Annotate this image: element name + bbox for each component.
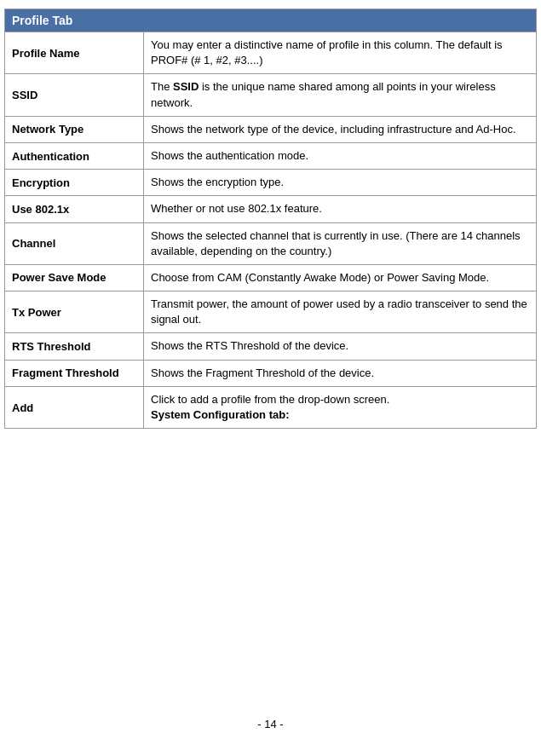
desc-network-type: Shows the network type of the device, in… [144, 117, 536, 142]
label-authentication: Authentication [5, 143, 144, 169]
label-add: Add [5, 387, 144, 428]
label-encryption: Encryption [5, 170, 144, 195]
add-desc-bold: System Configuration tab: [151, 408, 290, 421]
page-footer: - 14 - [4, 692, 537, 739]
table-row: Encryption Shows the encryption type. [5, 170, 536, 196]
table-row: Use 802.1x Whether or not use 802.1x fea… [5, 196, 536, 222]
label-profile-name: Profile Name [5, 32, 144, 73]
desc-tx-power: Transmit power, the amount of power used… [144, 291, 536, 332]
table-row: Channel Shows the selected channel that … [5, 223, 536, 265]
table-row: Tx Power Transmit power, the amount of p… [5, 291, 536, 333]
ssid-bold: SSID [173, 80, 199, 93]
label-fragment-threshold: Fragment Threshold [5, 361, 144, 386]
profile-tab-table: Profile Tab Profile Name You may enter a… [4, 9, 537, 429]
label-use-8021x: Use 802.1x [5, 196, 144, 222]
desc-add: Click to add a profile from the drop-dow… [144, 387, 536, 428]
desc-authentication: Shows the authentication mode. [144, 143, 536, 169]
label-tx-power: Tx Power [5, 291, 144, 332]
desc-channel: Shows the selected channel that is curre… [144, 223, 536, 264]
label-network-type: Network Type [5, 117, 144, 142]
ssid-desc-text1: The [151, 80, 173, 93]
table-row: Power Save Mode Choose from CAM (Constan… [5, 265, 536, 291]
table-row: Fragment Threshold Shows the Fragment Th… [5, 361, 536, 387]
table-row: RTS Threshold Shows the RTS Threshold of… [5, 333, 536, 360]
desc-rts-threshold: Shows the RTS Threshold of the device. [144, 333, 536, 359]
desc-encryption: Shows the encryption type. [144, 170, 536, 195]
table-row: SSID The SSID is the unique name shared … [5, 74, 536, 116]
table-row: Network Type Shows the network type of t… [5, 117, 536, 143]
ssid-desc-text2: is the unique name shared among all poin… [151, 80, 496, 108]
label-ssid: SSID [5, 74, 144, 115]
desc-fragment-threshold: Shows the Fragment Threshold of the devi… [144, 361, 536, 386]
label-channel: Channel [5, 223, 144, 264]
page-number: - 14 - [257, 718, 283, 730]
page-container: Profile Tab Profile Name You may enter a… [0, 0, 541, 756]
table-header: Profile Tab [5, 9, 536, 32]
label-power-save-mode: Power Save Mode [5, 265, 144, 291]
desc-power-save-mode: Choose from CAM (Constantly Awake Mode) … [144, 265, 536, 291]
add-desc-text1: Click to add a profile from the drop-dow… [151, 393, 389, 406]
table-row: Profile Name You may enter a distinctive… [5, 32, 536, 74]
desc-use-8021x: Whether or not use 802.1x feature. [144, 196, 536, 222]
table-row: Authentication Shows the authentication … [5, 143, 536, 170]
desc-profile-name: You may enter a distinctive name of prof… [144, 32, 536, 73]
table-row: Add Click to add a profile from the drop… [5, 387, 536, 429]
label-rts-threshold: RTS Threshold [5, 333, 144, 359]
desc-ssid: The SSID is the unique name shared among… [144, 74, 536, 115]
